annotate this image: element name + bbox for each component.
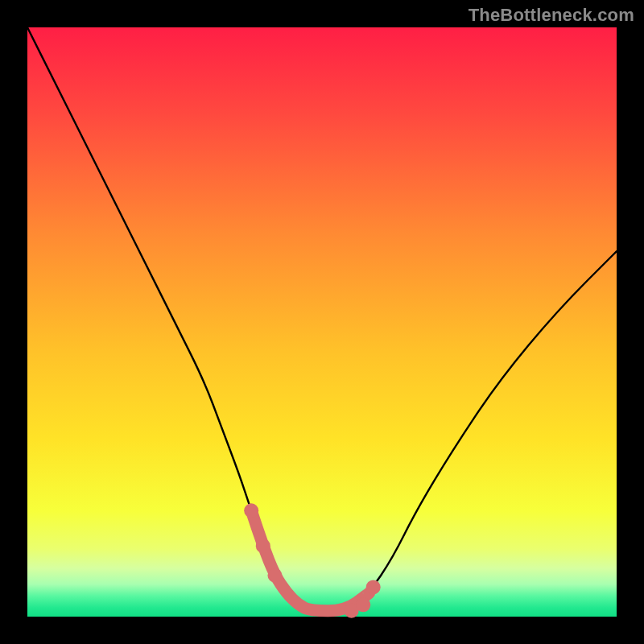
outer-frame: TheBottleneck.com	[0, 0, 644, 644]
plot-area	[27, 27, 617, 617]
optimal-zone-dot	[366, 580, 381, 594]
watermark-text: TheBottleneck.com	[469, 5, 634, 26]
optimal-zone-dot	[256, 539, 270, 553]
optimal-zone-dot	[356, 597, 370, 612]
optimal-zone-dot	[244, 503, 258, 518]
bottleneck-chart	[0, 0, 644, 644]
optimal-zone-dot	[267, 568, 282, 583]
